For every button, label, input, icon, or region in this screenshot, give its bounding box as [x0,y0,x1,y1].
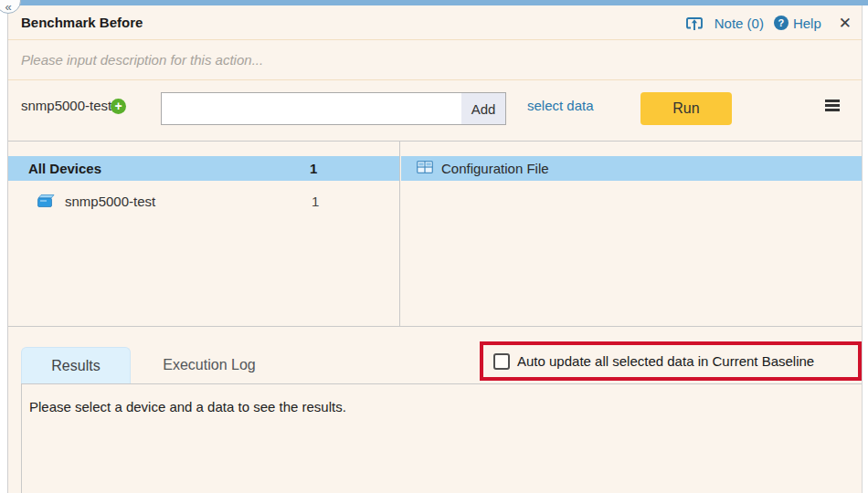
all-devices-label: All Devices [8,161,101,176]
selection-panels: All Devices 1 snmp5000-test 1 [8,141,862,327]
help-question-icon: ? [774,16,789,30]
benchmark-before-dialog: Benchmark Before Note (0) ? Help ✕ Pleas… [7,5,863,493]
action-toolbar: snmp5000-test + Add select data Run [8,80,862,141]
all-devices-header[interactable]: All Devices 1 [8,156,399,181]
select-data-link[interactable]: select data [527,98,594,113]
table-icon [417,161,433,177]
dialog-header: Benchmark Before Note (0) ? Help ✕ [8,5,862,40]
menu-icon[interactable] [825,100,840,112]
device-panel: All Devices 1 snmp5000-test 1 [8,142,400,326]
configuration-file-header[interactable]: Configuration File [401,156,862,181]
all-devices-count: 1 [310,161,317,176]
popout-icon[interactable] [685,16,704,31]
note-link[interactable]: Note (0) [715,16,764,31]
help-link[interactable]: ? Help [774,16,821,31]
results-panel: Please select a device and a data to see… [21,383,862,493]
annotation-highlight-box: Auto update all selected data in Current… [480,341,862,381]
data-panel: Configuration File [401,142,862,326]
tab-results[interactable]: Results [21,347,131,383]
description-row[interactable]: Please input description for this action… [8,40,862,80]
help-label: Help [793,16,821,31]
data-name-input[interactable] [161,92,462,125]
header-actions: Note (0) ? Help ✕ [685,5,852,40]
device-icon [36,194,55,212]
selected-device-label: snmp5000-test [21,80,111,131]
configuration-file-label: Configuration File [441,161,549,176]
run-button[interactable]: Run [640,92,732,125]
add-device-icon[interactable]: + [111,99,126,114]
close-icon[interactable]: ✕ [839,14,852,33]
add-button[interactable]: Add [461,92,506,125]
dialog-title: Benchmark Before [21,5,143,40]
tab-bar: Results Execution Log Auto update all se… [8,327,862,383]
auto-update-checkbox[interactable] [493,353,510,370]
description-placeholder: Please input description for this action… [21,40,263,80]
auto-update-label[interactable]: Auto update all selected data in Current… [517,353,814,369]
tab-execution-log[interactable]: Execution Log [136,347,282,383]
collapse-chevrons-icon: « [5,0,11,14]
device-count: 1 [312,194,319,209]
results-empty-message: Please select a device and a data to see… [29,399,346,414]
device-row[interactable]: snmp5000-test 1 [8,188,399,214]
device-name: snmp5000-test [65,194,155,209]
